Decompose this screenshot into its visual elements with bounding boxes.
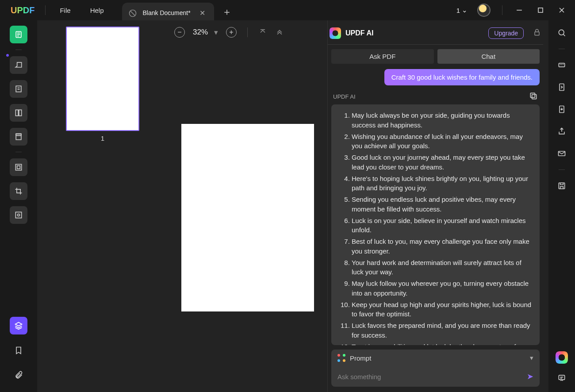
zoom-value: 32%: [193, 28, 208, 37]
prompt-label: Prompt: [350, 354, 371, 362]
search-icon[interactable]: [556, 27, 568, 39]
svg-rect-14: [15, 164, 21, 170]
ai-response-item: Keep your head up high and your spirits …: [352, 300, 532, 319]
ai-response-body: May luck always be on your side, guiding…: [331, 104, 540, 345]
zoom-toolbar: − 32% ▾ +: [168, 20, 327, 44]
canvas-area: − 32% ▾ +: [168, 20, 327, 392]
svg-rect-29: [559, 375, 564, 380]
svg-rect-25: [560, 84, 564, 91]
share-icon[interactable]: [556, 125, 568, 138]
ai-response-item: Trust in your abilities and let luck be …: [352, 342, 532, 346]
separator: [247, 27, 248, 37]
svg-point-22: [559, 30, 564, 35]
document-page[interactable]: [181, 124, 314, 311]
redact-tool[interactable]: [10, 206, 27, 224]
svg-line-23: [563, 34, 565, 36]
compress-icon[interactable]: [556, 103, 568, 115]
zoom-out-button[interactable]: −: [174, 27, 185, 38]
left-toolbar: [0, 20, 37, 392]
svg-rect-13: [16, 134, 21, 135]
tools-tool[interactable]: [10, 158, 27, 176]
ai-logo-icon: [330, 27, 341, 39]
comment-tool[interactable]: [10, 56, 27, 74]
window-count: 1: [456, 7, 460, 14]
zoom-in-button[interactable]: +: [226, 27, 237, 38]
user-message-bubble: Craft 30 good luck wishes for family and…: [384, 69, 540, 85]
thumbnail-page-number: 1: [101, 135, 104, 142]
close-tab-icon[interactable]: ✕: [197, 9, 208, 17]
zoom-dropdown[interactable]: 32% ▾: [193, 28, 218, 37]
svg-rect-20: [532, 95, 537, 99]
ask-pdf-tab[interactable]: Ask PDF: [331, 49, 434, 64]
ask-input[interactable]: [337, 373, 527, 380]
ai-response-item: Wishing you abundance of luck in all you…: [352, 132, 532, 151]
new-tab-button[interactable]: ＋: [214, 5, 240, 19]
svg-rect-19: [535, 32, 539, 35]
user-avatar[interactable]: [477, 4, 491, 17]
active-indicator-dot: [6, 54, 9, 57]
lock-icon[interactable]: [533, 28, 541, 38]
ocr-icon[interactable]: [556, 59, 568, 71]
ask-input-row: ➤: [331, 366, 540, 387]
divider: [45, 5, 46, 15]
page-thumbnail[interactable]: [66, 27, 139, 131]
copy-icon[interactable]: [529, 92, 538, 102]
separator: [559, 169, 565, 170]
ai-header: UPDF AI Upgrade: [328, 23, 543, 43]
organize-tool[interactable]: [10, 104, 27, 122]
svg-rect-11: [19, 110, 22, 115]
upgrade-button[interactable]: Upgrade: [488, 27, 524, 39]
prev-page-button[interactable]: [275, 27, 284, 38]
minimize-button[interactable]: [510, 4, 528, 17]
send-button[interactable]: ➤: [527, 372, 533, 381]
crop-tool[interactable]: [10, 182, 27, 200]
layers-tool[interactable]: [10, 317, 27, 334]
svg-rect-16: [15, 212, 21, 218]
window-count-dropdown[interactable]: 1 ⌄: [454, 6, 470, 14]
titlebar: UPDF File Help Blank Document* ✕ ＋ 1 ⌄: [0, 0, 575, 20]
ai-response-item: Good luck on your journey ahead, may eve…: [352, 153, 532, 172]
ai-panel: UPDF AI Upgrade Ask PDF Chat Craft 30 go…: [327, 20, 548, 392]
ai-ring-icon[interactable]: [556, 351, 568, 364]
ai-tabs: Ask PDF Chat: [328, 49, 543, 69]
prompt-dropdown[interactable]: Prompt ▾: [331, 350, 540, 366]
separator: [15, 50, 22, 50]
ai-response-list: May luck always be on your side, guiding…: [339, 111, 532, 345]
ai-response-item: Sending you endless luck and positive vi…: [352, 195, 532, 214]
ai-response-item: Your hard work and determination will su…: [352, 258, 532, 277]
svg-rect-2: [538, 8, 543, 12]
chevron-down-icon: ⌄: [462, 6, 468, 14]
help-menu[interactable]: Help: [80, 4, 114, 17]
thumbnail-panel: 1: [37, 20, 168, 392]
ai-response-item: Here's to hoping luck shines brightly on…: [352, 174, 532, 193]
ai-response-item: Luck is on your side, believe in yoursel…: [352, 216, 532, 235]
attachment-tool[interactable]: [10, 366, 27, 384]
ai-response-item: May luck always be on your side, guiding…: [352, 111, 532, 130]
svg-rect-28: [559, 183, 564, 188]
separator: [559, 49, 565, 49]
ai-response-item: Luck favors the prepared mind, and you a…: [352, 321, 532, 340]
divider: [502, 5, 502, 15]
convert-icon[interactable]: [556, 81, 568, 93]
svg-rect-21: [530, 93, 535, 97]
chat-tab[interactable]: Chat: [437, 49, 540, 64]
tab-title: Blank Document*: [142, 9, 190, 16]
close-window-button[interactable]: [553, 4, 571, 17]
ai-response-label: UPDF AI: [333, 93, 356, 100]
separator: [15, 152, 22, 152]
ai-response-item: May luck follow you wherever you go, tur…: [352, 279, 532, 298]
chat-icon[interactable]: [556, 372, 568, 384]
reader-tool[interactable]: [10, 26, 27, 43]
page-tool[interactable]: [10, 128, 27, 146]
bookmark-tool[interactable]: [10, 342, 27, 359]
email-icon[interactable]: [556, 147, 568, 160]
maximize-button[interactable]: [532, 4, 549, 17]
save-icon[interactable]: [556, 180, 568, 192]
svg-rect-15: [17, 166, 20, 169]
file-menu[interactable]: File: [50, 4, 80, 17]
svg-rect-10: [15, 110, 18, 115]
ai-response-header: UPDF AI: [328, 92, 543, 104]
edit-tool[interactable]: [10, 80, 27, 98]
app-logo: UPDF: [4, 5, 41, 15]
first-page-button[interactable]: [258, 27, 267, 38]
